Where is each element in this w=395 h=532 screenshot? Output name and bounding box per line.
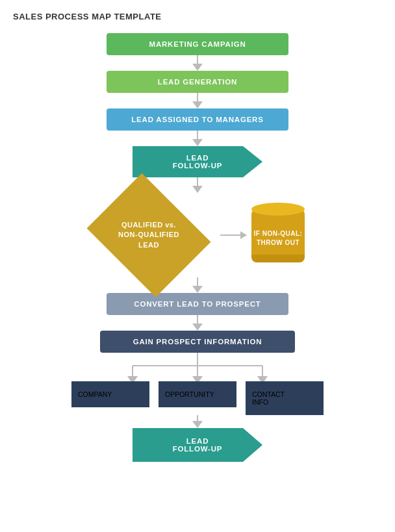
connector-3	[192, 131, 203, 146]
qualified-diamond-text: QUALIFIED vs. NON-QUALIFIED LEAD	[118, 220, 179, 250]
gain-prospect-box: GAIN PROSPECT INFORMATION	[100, 331, 295, 353]
opportunity-box: OPPORTUNITY	[159, 381, 236, 407]
nonqual-text: IF NON-QUAL: THROW OUT	[254, 229, 303, 247]
company-box: COMPANY	[71, 381, 149, 407]
nonqual-branch: IF NON-QUAL: THROW OUT	[220, 209, 305, 261]
lead-followup1-box: LEAD FOLLOW-UP	[133, 146, 262, 177]
connector-2	[192, 93, 203, 108]
page-title: SALES PROCESS MAP TEMPLATE	[13, 12, 382, 21]
connector-6	[192, 315, 203, 331]
convert-lead-box: CONVERT LEAD TO PROSPECT	[107, 293, 288, 315]
connector-1	[192, 55, 203, 71]
connector-7	[192, 415, 203, 428]
three-box-row: COMPANY OPPORTUNITY CONTACT INFO	[13, 381, 382, 415]
lead-followup2-box: LEAD FOLLOW-UP	[133, 428, 262, 462]
connector-5	[192, 277, 203, 293]
flowchart: MARKETING CAMPAIGN LEAD GENERATION LEAD …	[13, 33, 382, 462]
lead-generation-box: LEAD GENERATION	[107, 71, 288, 93]
lead-assigned-box: LEAD ASSIGNED TO MANAGERS	[107, 108, 288, 131]
qualified-diamond-wrapper: QUALIFIED vs. NON-QUALIFIED LEAD	[90, 193, 207, 277]
contact-info-box: CONTACT INFO	[246, 381, 324, 415]
arrow-right	[220, 234, 246, 236]
qualified-row: QUALIFIED vs. NON-QUALIFIED LEAD IF NON-…	[13, 193, 382, 277]
nonqual-cylinder: IF NON-QUAL: THROW OUT	[251, 209, 305, 261]
marketing-campaign-box: MARKETING CAMPAIGN	[107, 33, 288, 55]
branch-lines	[94, 353, 301, 379]
connector-4	[192, 177, 203, 193]
